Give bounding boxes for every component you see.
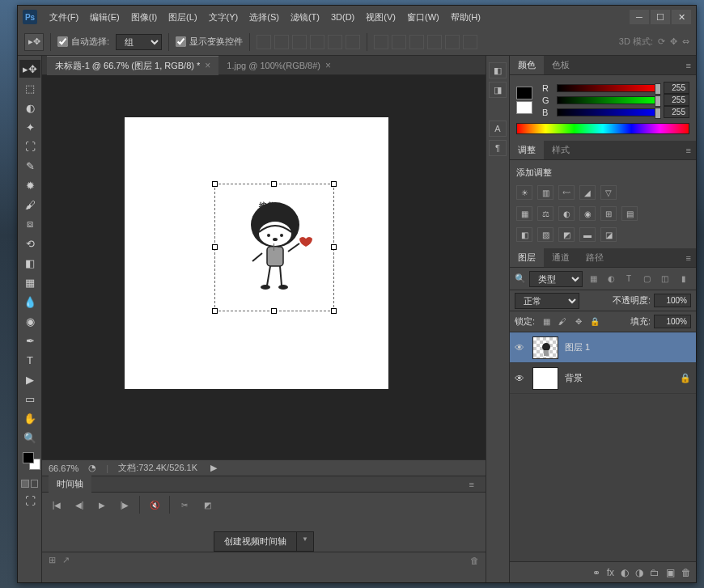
- menu-view[interactable]: 视图(V): [360, 8, 401, 27]
- timeline-tab[interactable]: 时间轴: [49, 475, 91, 493]
- vibrance-icon[interactable]: ▽: [600, 185, 617, 200]
- transform-handle[interactable]: [212, 244, 218, 250]
- lock-position-icon[interactable]: ✥: [572, 316, 585, 328]
- b-value[interactable]: [664, 106, 689, 118]
- adjustments-tab[interactable]: 调整: [510, 141, 544, 159]
- doc-tab-1[interactable]: 未标题-1 @ 66.7% (图层 1, RGB/8) * ×: [47, 56, 218, 75]
- opacity-input[interactable]: [654, 294, 691, 307]
- visibility-eye-icon[interactable]: 👁: [515, 373, 526, 384]
- panel-menu-icon[interactable]: ≡: [681, 61, 696, 70]
- channel-mixer-icon[interactable]: ⊞: [600, 206, 617, 221]
- channels-tab[interactable]: 通道: [544, 248, 578, 267]
- close-icon[interactable]: ×: [205, 60, 210, 71]
- create-timeline-dropdown[interactable]: ▼: [297, 531, 314, 552]
- new-group-icon[interactable]: 🗀: [650, 567, 659, 578]
- shape-tool[interactable]: ▭: [19, 390, 40, 408]
- menu-3d[interactable]: 3D(D): [325, 9, 360, 25]
- transition-icon[interactable]: ◩: [199, 497, 215, 512]
- blur-tool[interactable]: 💧: [19, 293, 40, 311]
- convert-frames-icon[interactable]: ⊞: [49, 555, 56, 565]
- menu-edit[interactable]: 编辑(E): [84, 8, 125, 27]
- eyedropper-tool[interactable]: ✎: [19, 157, 40, 175]
- b-slider[interactable]: [557, 108, 659, 116]
- first-frame-button[interactable]: |◀: [49, 497, 65, 512]
- panel-menu-icon[interactable]: ≡: [464, 480, 479, 489]
- lock-all-icon[interactable]: 🔒: [588, 316, 601, 328]
- swatches-tab[interactable]: 色板: [544, 56, 578, 74]
- color-spectrum[interactable]: [516, 123, 689, 134]
- doc-info-icon[interactable]: ◔: [88, 463, 96, 473]
- menu-image[interactable]: 图像(I): [125, 8, 163, 27]
- levels-icon[interactable]: ▥: [537, 185, 553, 200]
- audio-mute-button[interactable]: 🔇: [146, 497, 163, 512]
- layer-fx-icon[interactable]: fx: [607, 567, 614, 578]
- show-transform-checkbox[interactable]: 显示变换控件: [176, 36, 243, 48]
- delete-layer-icon[interactable]: 🗑: [681, 567, 691, 578]
- brush-tool[interactable]: 🖌: [19, 196, 40, 214]
- lock-pixels-icon[interactable]: 🖌: [556, 316, 569, 328]
- panel-menu-icon[interactable]: ≡: [681, 146, 696, 155]
- create-video-timeline-button[interactable]: 创建视频时间轴: [214, 531, 297, 552]
- hue-icon[interactable]: ▦: [516, 206, 532, 221]
- marquee-tool[interactable]: ⬚: [19, 79, 40, 97]
- r-slider[interactable]: [557, 84, 659, 92]
- transform-handle[interactable]: [271, 308, 277, 314]
- history-panel-icon[interactable]: ◧: [489, 62, 507, 78]
- styles-tab[interactable]: 样式: [544, 141, 578, 159]
- zoom-level[interactable]: 66.67%: [49, 463, 78, 473]
- menu-help[interactable]: 帮助(H): [445, 8, 486, 27]
- close-icon[interactable]: ×: [325, 60, 331, 71]
- layer-item[interactable]: 👁 背景 🔒: [510, 363, 696, 394]
- transform-bounding-box[interactable]: [214, 184, 334, 311]
- chevron-right-icon[interactable]: ▶: [210, 463, 217, 473]
- paths-tab[interactable]: 路径: [578, 248, 612, 267]
- render-icon[interactable]: ↗: [62, 555, 70, 565]
- screen-mode-toggle[interactable]: ⛶: [19, 492, 40, 510]
- next-frame-button[interactable]: |▶: [117, 497, 133, 512]
- filter-shape-icon[interactable]: ▢: [639, 273, 654, 286]
- link-layers-icon[interactable]: ⚭: [592, 567, 600, 578]
- prev-frame-button[interactable]: ◀|: [71, 497, 87, 512]
- brightness-icon[interactable]: ☀: [516, 185, 532, 200]
- transform-handle[interactable]: [212, 181, 218, 187]
- exposure-icon[interactable]: ◢: [579, 185, 596, 200]
- curves-icon[interactable]: ⬳: [558, 185, 575, 200]
- filter-smart-icon[interactable]: ◫: [657, 273, 672, 286]
- gradient-tool[interactable]: ▦: [19, 273, 40, 291]
- transform-handle[interactable]: [331, 181, 337, 187]
- scissors-icon[interactable]: ✂: [176, 497, 193, 512]
- posterize-icon[interactable]: ▨: [537, 227, 553, 242]
- layer-name[interactable]: 背景: [565, 372, 583, 384]
- transform-handle[interactable]: [212, 308, 218, 314]
- maximize-button[interactable]: ☐: [651, 10, 670, 24]
- path-select-tool[interactable]: ▶: [19, 370, 40, 388]
- fill-input[interactable]: [654, 315, 691, 328]
- transform-handle[interactable]: [271, 181, 277, 187]
- layer-item[interactable]: 👁 图层 1: [510, 332, 696, 363]
- photo-filter-icon[interactable]: ◉: [579, 206, 596, 221]
- move-tool-preset-icon[interactable]: ▸✥: [24, 33, 44, 51]
- filter-pixel-icon[interactable]: ▦: [586, 273, 600, 286]
- character-panel-icon[interactable]: A: [489, 121, 507, 137]
- transform-reference-point[interactable]: [270, 243, 278, 251]
- actions-panel-icon[interactable]: ◨: [489, 82, 507, 98]
- panel-menu-icon[interactable]: ≡: [681, 253, 696, 263]
- color-balance-icon[interactable]: ⚖: [537, 206, 553, 221]
- layer-thumbnail[interactable]: [532, 336, 558, 359]
- clone-stamp-tool[interactable]: ⧇: [19, 215, 40, 233]
- blend-mode-select[interactable]: 正常: [515, 293, 579, 309]
- gradient-map-icon[interactable]: ▬: [579, 227, 596, 242]
- slide-3d-icon[interactable]: ⇔: [682, 36, 689, 47]
- play-button[interactable]: ▶: [94, 497, 110, 512]
- eraser-tool[interactable]: ◧: [19, 254, 40, 272]
- dodge-tool[interactable]: ◉: [19, 312, 40, 330]
- quick-mask-toggle[interactable]: [21, 480, 38, 488]
- color-swatches[interactable]: [19, 452, 40, 476]
- selective-color-icon[interactable]: ◪: [600, 227, 617, 242]
- background-swatch[interactable]: [516, 101, 532, 114]
- menu-layer[interactable]: 图层(L): [163, 8, 202, 27]
- layer-mask-icon[interactable]: ◐: [621, 567, 629, 578]
- close-button[interactable]: ✕: [672, 10, 691, 24]
- pan-3d-icon[interactable]: ✥: [670, 36, 677, 47]
- hand-tool[interactable]: ✋: [19, 409, 40, 427]
